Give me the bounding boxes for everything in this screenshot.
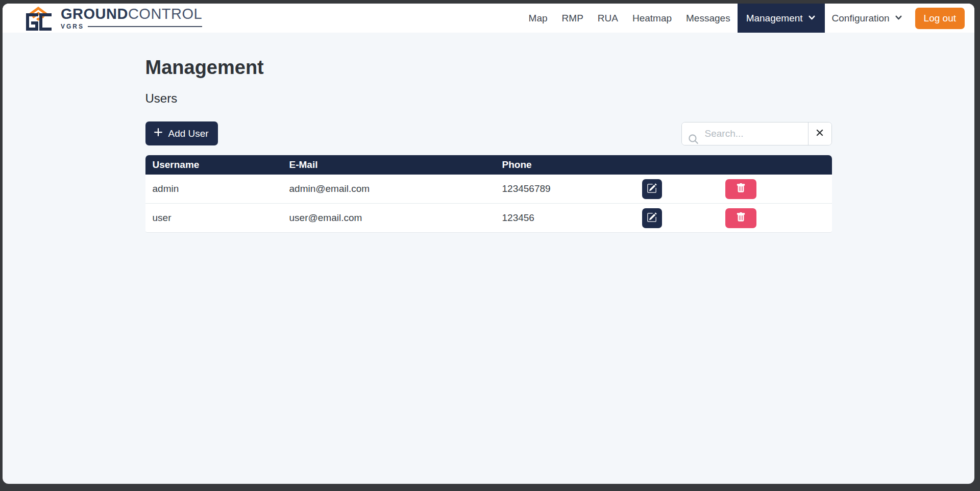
trash-icon xyxy=(736,212,746,224)
search-clear-button[interactable] xyxy=(808,122,831,145)
logout-button[interactable]: Log out xyxy=(915,8,965,29)
brand-text: GROUNDCONTROL VGRS xyxy=(61,7,202,30)
pencil-square-icon xyxy=(647,183,657,195)
logo-icon xyxy=(22,4,55,33)
nav-item-configuration[interactable]: Configuration xyxy=(825,4,910,33)
header-username: Username xyxy=(145,155,282,175)
cell-email: user@email.com xyxy=(282,204,495,233)
nav-item-management[interactable]: Management xyxy=(738,4,825,33)
cell-phone: 123456789 xyxy=(495,175,635,204)
close-icon xyxy=(815,128,824,139)
pencil-square-icon xyxy=(647,212,657,224)
header-email: E-Mail xyxy=(282,155,495,175)
table-row: user user@email.com 123456 xyxy=(145,204,832,233)
edit-user-button[interactable] xyxy=(642,179,662,199)
nav-item-rmp[interactable]: RMP xyxy=(555,4,591,33)
delete-user-button[interactable] xyxy=(725,208,756,228)
top-navbar: GROUNDCONTROL VGRS Map RMP RUA Heatmap M… xyxy=(3,4,974,33)
cell-phone: 123456 xyxy=(495,204,635,233)
brand[interactable]: GROUNDCONTROL VGRS xyxy=(22,4,202,33)
app-window: GROUNDCONTROL VGRS Map RMP RUA Heatmap M… xyxy=(3,4,974,484)
table-header-row: Username E-Mail Phone xyxy=(145,155,832,175)
header-edit-spacer xyxy=(635,155,725,175)
main-content: Management Users Add User xyxy=(3,33,974,484)
toolbar: Add User xyxy=(145,121,832,145)
nav-item-rua[interactable]: RUA xyxy=(591,4,625,33)
users-table: Username E-Mail Phone admin admin@email.… xyxy=(145,155,832,233)
search-input[interactable] xyxy=(682,122,808,145)
trash-icon xyxy=(736,183,746,194)
nav-item-map[interactable]: Map xyxy=(522,4,555,33)
chevron-down-icon xyxy=(894,12,903,24)
page-title: Management xyxy=(145,57,832,79)
header-delete-spacer xyxy=(725,155,832,175)
table-row: admin admin@email.com 123456789 xyxy=(145,175,832,204)
cell-email: admin@email.com xyxy=(282,175,495,204)
header-phone: Phone xyxy=(495,155,635,175)
cell-username: admin xyxy=(145,175,282,204)
brand-name: GROUNDCONTROL xyxy=(61,7,202,21)
add-user-button[interactable]: Add User xyxy=(145,121,218,145)
nav-item-messages[interactable]: Messages xyxy=(679,4,738,33)
brand-rule xyxy=(88,26,202,27)
chevron-down-icon xyxy=(807,12,816,24)
plus-icon xyxy=(153,127,163,140)
nav-links: Map RMP RUA Heatmap Messages Management … xyxy=(522,4,910,33)
section-title: Users xyxy=(145,91,832,106)
delete-user-button[interactable] xyxy=(725,179,756,199)
edit-user-button[interactable] xyxy=(642,208,662,228)
nav-item-heatmap[interactable]: Heatmap xyxy=(625,4,679,33)
cell-username: user xyxy=(145,204,282,233)
search-group xyxy=(681,122,832,145)
brand-subtitle: VGRS xyxy=(61,23,84,30)
